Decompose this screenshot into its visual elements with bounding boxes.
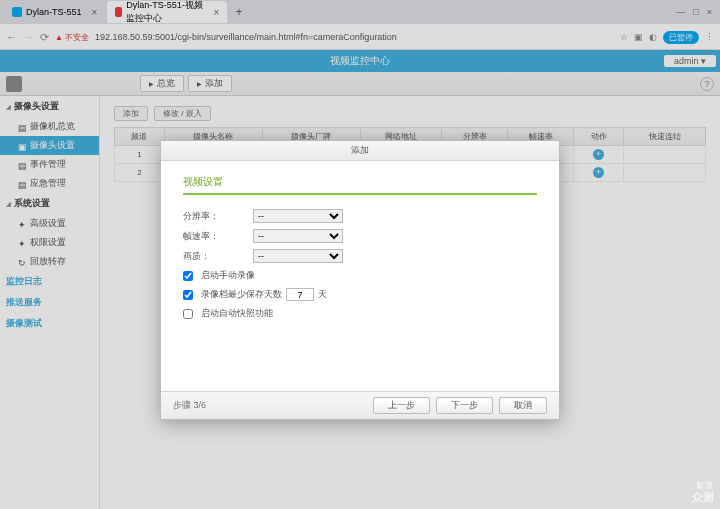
- retain-checkbox[interactable]: [183, 290, 193, 300]
- retain-label: 录像档最少保存天数: [201, 288, 282, 301]
- prev-button[interactable]: 上一步: [373, 397, 430, 414]
- resolution-select[interactable]: --: [253, 209, 343, 223]
- fps-select[interactable]: --: [253, 229, 343, 243]
- step-indicator: 步骤 3/6: [173, 399, 206, 412]
- add-camera-dialog: 添加 视频设置 分辨率： -- 帧速率： -- 画质： -- 启动手动录像 录像…: [160, 140, 560, 420]
- cancel-button[interactable]: 取消: [499, 397, 547, 414]
- label-resolution: 分辨率：: [183, 210, 253, 223]
- snapshot-checkbox[interactable]: [183, 309, 193, 319]
- label-fps: 帧速率：: [183, 230, 253, 243]
- retain-days-input[interactable]: [286, 288, 314, 301]
- snapshot-label: 启动自动快照功能: [201, 307, 273, 320]
- quality-select[interactable]: --: [253, 249, 343, 263]
- dialog-footer: 步骤 3/6 上一步 下一步 取消: [161, 391, 559, 419]
- manual-record-checkbox[interactable]: [183, 271, 193, 281]
- dialog-title: 添加: [161, 141, 559, 161]
- next-button[interactable]: 下一步: [436, 397, 493, 414]
- manual-record-label: 启动手动录像: [201, 269, 255, 282]
- watermark: 新浪 众测: [692, 482, 714, 503]
- section-heading: 视频设置: [183, 175, 537, 195]
- label-quality: 画质：: [183, 250, 253, 263]
- dialog-body: 视频设置 分辨率： -- 帧速率： -- 画质： -- 启动手动录像 录像档最少…: [161, 161, 559, 391]
- retain-suffix: 天: [318, 288, 327, 301]
